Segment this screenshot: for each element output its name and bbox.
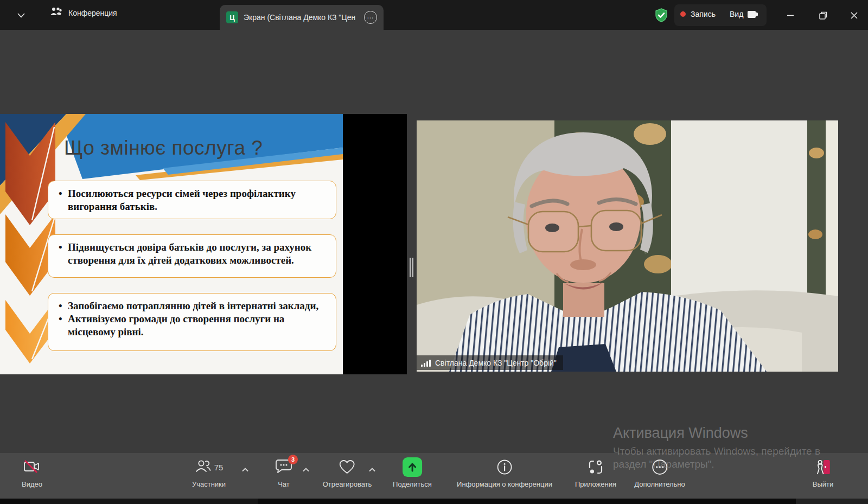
video-button[interactable]: Видео — [22, 457, 42, 488]
view-button[interactable]: Вид — [730, 10, 756, 18]
people-icon — [50, 7, 63, 19]
participant-name-label: Світлана Демко КЗ "Центр "Обрій" — [435, 359, 557, 367]
presentation-slide: Що змінює послуга ? Посилюються ресурси … — [0, 114, 343, 374]
slide-box-3: Запобігаємо потраплянню дітей в інтернат… — [48, 293, 336, 351]
share-label: Поделиться — [393, 480, 432, 488]
tab-more-icon[interactable]: … — [364, 11, 377, 24]
leave-button[interactable]: Выйти — [813, 457, 834, 488]
desktop-edge — [0, 499, 868, 504]
slide-bullet: Запобігаємо потраплянню дітей в інтернат… — [56, 299, 328, 312]
conference-tab-label: Конференция — [68, 9, 117, 17]
chat-caret-icon[interactable] — [301, 465, 311, 475]
chat-label: Чат — [278, 480, 290, 488]
slide-bullet: Підвищується довіра батьків до послуги, … — [56, 241, 328, 267]
chat-badge: 3 — [288, 455, 298, 464]
chat-button[interactable]: 3 Чат — [275, 457, 292, 488]
screen-share-tab-label: Экран (Світлана Демко КЗ "Цен — [244, 13, 361, 22]
leave-label: Выйти — [813, 480, 834, 488]
slide-bullet: Посилюються ресурси сімей через профілак… — [56, 187, 328, 213]
meeting-info-label: Информация о конференции — [457, 480, 552, 488]
more-button[interactable]: Дополнительно — [634, 457, 685, 488]
tab-screen-share[interactable]: Ц Экран (Світлана Демко КЗ "Цен … — [220, 5, 384, 30]
record-label: Запись — [691, 10, 716, 18]
chat-icon: 3 — [275, 458, 292, 476]
participants-label: Участники — [192, 480, 226, 488]
meeting-info-button[interactable]: Информация о конференции — [457, 457, 552, 488]
meeting-window: Конференция Ц Экран (Світлана Демко КЗ "… — [0, 0, 868, 504]
screen-share-tab-icon: Ц — [226, 11, 238, 23]
tab-conference[interactable]: Конференция — [50, 7, 117, 19]
leave-icon — [814, 457, 832, 477]
participant-video-illustration — [417, 120, 838, 372]
slide-bullet: Активізуємо громади до створення послуги… — [56, 312, 328, 339]
participant-name-tag: Світлана Демко КЗ "Центр "Обрій" — [417, 355, 563, 370]
react-label: Отреагировать — [323, 480, 372, 488]
watermark-title: Активация Windows — [613, 425, 820, 442]
panel-resize-handle[interactable] — [410, 258, 414, 277]
meeting-toolbar: Видео 75 Участники — [0, 453, 868, 499]
video-label: Видео — [22, 480, 42, 488]
signal-bars-icon — [421, 359, 431, 367]
react-button[interactable]: Отреагировать — [323, 457, 372, 488]
security-shield-icon[interactable] — [654, 8, 669, 23]
participants-count: 75 — [214, 463, 224, 472]
more-label: Дополнительно — [634, 480, 685, 488]
more-icon — [651, 457, 668, 477]
minimize-button[interactable] — [784, 9, 797, 21]
camera-off-icon — [22, 457, 42, 477]
recording-indicator[interactable]: Запись — [680, 10, 716, 18]
participant-video: Світлана Демко КЗ "Центр "Обрій" — [417, 120, 838, 372]
participants-button[interactable]: 75 Участники — [192, 457, 226, 488]
apps-icon — [588, 457, 604, 477]
record-dot-icon — [680, 11, 686, 17]
react-caret-icon[interactable] — [367, 465, 377, 475]
apps-label: Приложения — [575, 480, 616, 488]
participants-caret-icon[interactable] — [240, 465, 250, 475]
restore-button[interactable] — [816, 9, 829, 21]
close-button[interactable] — [847, 9, 860, 21]
participants-icon — [195, 458, 211, 476]
apps-button[interactable]: Приложения — [575, 457, 616, 488]
view-label: Вид — [730, 10, 743, 18]
collapse-chevron-icon[interactable] — [15, 9, 27, 21]
info-icon — [496, 457, 513, 477]
titlebar: Конференция Ц Экран (Світлана Демко КЗ "… — [0, 0, 868, 30]
slide-title: Що змінює послуга ? — [64, 137, 263, 160]
view-layout-icon — [748, 11, 756, 18]
heart-icon — [339, 457, 356, 477]
share-screen-icon — [403, 457, 422, 477]
slide-box-1: Посилюються ресурси сімей через профілак… — [48, 181, 336, 219]
share-button[interactable]: Поделиться — [393, 457, 432, 488]
slide-box-2: Підвищується довіра батьків до послуги, … — [48, 234, 336, 278]
